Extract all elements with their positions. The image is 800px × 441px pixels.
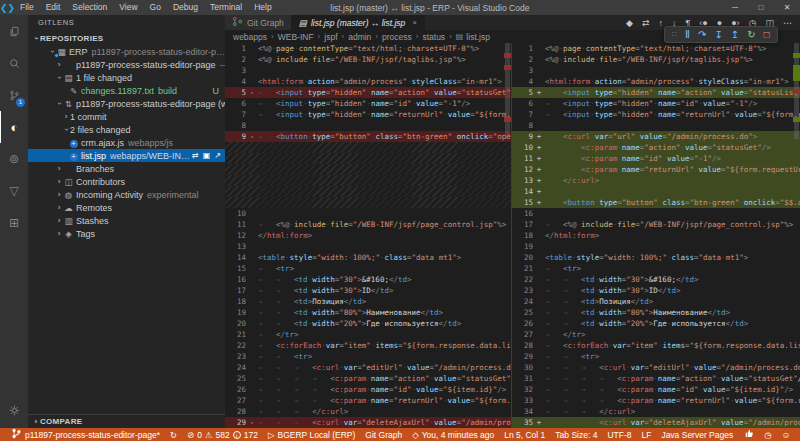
code-line-original-1[interactable]: 1<%@·page·contentType="text/html;·charse…: [225, 43, 511, 54]
code-line-modified-14[interactable]: 14+: [512, 186, 800, 197]
drag-handle[interactable]: ∷: [672, 27, 677, 42]
previous-change-icon[interactable]: ↑: [658, 18, 663, 28]
step-out-icon[interactable]: ↥: [731, 27, 739, 42]
status-branch-indicator[interactable]: p11897-process-status-editor-page*: [6, 428, 165, 441]
menu-selection[interactable]: Selection: [66, 2, 113, 12]
status-notifications-bell-icon[interactable]: [795, 428, 800, 441]
code-line-modified-27[interactable]: 27→</tr>: [512, 329, 800, 340]
close-tab-icon[interactable]: ×: [412, 18, 417, 27]
close-icon[interactable]: ✕: [774, 0, 800, 15]
code-line-original-23[interactable]: 23→→<tr>: [225, 351, 511, 362]
open-changes-icon[interactable]: ⇄: [642, 18, 650, 28]
code-line-original-29[interactable]: 29-→→→<c:url·var="deleteAjaxUrl"·value="…: [225, 417, 511, 428]
code-line-modified-28[interactable]: 28→<c:forEach·var="item"·items="${form.r…: [512, 340, 800, 351]
code-line-original-27[interactable]: 27→→→→<c:param·name="returnUrl"·value="$…: [225, 395, 511, 406]
code-line-modified-29[interactable]: 29→→<tr>: [512, 351, 800, 362]
code-line-original-25[interactable]: 25→→→→<c:param·name="action"·value="stat…: [225, 373, 511, 384]
code-line-original-20[interactable]: 20→→<td·width="20%">Где·используется</td…: [225, 318, 511, 329]
activity-testing-icon[interactable]: ▽: [0, 175, 28, 207]
step-into-icon[interactable]: ↧: [714, 27, 722, 42]
code-line-original-19[interactable]: 19→→<td·width="80%">Наименование</td>: [225, 307, 511, 318]
tree-item-1-commit[interactable]: ›1 commit: [28, 110, 225, 123]
code-line-original-12[interactable]: 12</html:form>: [225, 230, 511, 241]
menu-file[interactable]: File: [14, 2, 40, 12]
activity-manage-gear-icon[interactable]: [0, 394, 28, 426]
activity-gitlens-icon[interactable]: ◐: [0, 111, 28, 143]
activity-search-icon[interactable]: [0, 47, 28, 79]
code-line-original-5[interactable]: 5-→<input·type="hidden"·name="action"·va…: [225, 87, 511, 98]
code-line-modified-30[interactable]: 30→→→<c:url·var="editUrl"·value="/admin/…: [512, 362, 800, 373]
open-external-icon[interactable]: ↗: [214, 151, 221, 160]
scrollbar-original[interactable]: [504, 43, 511, 428]
code-line-original-18[interactable]: 18→→<td>Позиция</td>: [225, 296, 511, 307]
status-feedback-smiley-icon[interactable]: ☺: [777, 428, 796, 441]
breadcrumb-item[interactable]: WEB-INF: [278, 32, 314, 42]
section-compare[interactable]: › COMPARE: [28, 414, 225, 428]
status-git-graph-button[interactable]: Git Graph: [360, 428, 407, 441]
menu-debug[interactable]: Debug: [167, 2, 204, 12]
code-line-original-28[interactable]: 28→→→</c:url>: [225, 406, 511, 417]
code-line-original-6[interactable]: 6→<input·type="hidden"·name="id"·value="…: [225, 98, 511, 109]
tree-item-p11897-process-status-editor-page-working[interactable]: ›⇅p11897-process-status-editor-page (wor…: [28, 97, 225, 110]
breadcrumb-item[interactable]: jspf: [324, 32, 337, 42]
tree-item-1-file-changed[interactable]: ›▤1 file changed: [28, 71, 225, 84]
tree-item-contributors[interactable]: ›◫Contributors: [28, 175, 225, 188]
status-problems[interactable]: ⊘0⚠582i172: [182, 428, 263, 441]
tree-item-2-files-changed[interactable]: ›2 files changed: [28, 123, 225, 136]
code-line-original-21[interactable]: 21→</tr>: [225, 329, 511, 340]
code-line-modified-17[interactable]: 17→<%@·include·file="/WEB-INF/jspf/page_…: [512, 219, 800, 230]
code-line-modified-5[interactable]: 5+→<input·type="hidden"·name="action"·va…: [512, 87, 800, 98]
code-line-modified-23[interactable]: 23→→<td·width="30">ID</td>: [512, 285, 800, 296]
gitlens-icon[interactable]: ◆: [626, 18, 633, 28]
menu-edit[interactable]: Edit: [40, 2, 67, 12]
code-line-modified-7[interactable]: 7→<input·type="hidden"·name="returnUrl"·…: [512, 109, 800, 120]
code-line-original-8[interactable]: 8: [225, 120, 511, 131]
minimize-icon[interactable]: ─: [722, 0, 748, 15]
tree-item-erp[interactable]: ›▦ERPp11897-process-status-editor-page •…: [28, 45, 225, 58]
code-line-original-13[interactable]: 13: [225, 241, 511, 252]
status-encoding[interactable]: UTF-8: [602, 428, 636, 441]
open-changes-icon[interactable]: ⇄: [192, 151, 199, 160]
code-line-modified-33[interactable]: 33→→→→<c:param·name="returnUrl"·value="$…: [512, 395, 800, 406]
status-clock-icon[interactable]: ◷: [759, 428, 776, 441]
diff-pane-modified[interactable]: 1<%@·page·contentType="text/html;·charse…: [512, 43, 800, 428]
breadcrumb-item[interactable]: list.jsp: [466, 32, 490, 42]
menu-view[interactable]: View: [113, 2, 143, 12]
pause-icon[interactable]: Ⅱ: [685, 27, 690, 42]
breadcrumb-item[interactable]: admin: [348, 32, 371, 42]
restart-icon[interactable]: ↻: [747, 27, 755, 42]
code-line-original-11[interactable]: 11→<%@·include·file="/WEB-INF/jspf/page_…: [225, 219, 511, 230]
code-line-modified-3[interactable]: 3: [512, 65, 800, 76]
code-line-original-22[interactable]: 22→<c:forEach·var="item"·items="${form.r…: [225, 340, 511, 351]
code-line-modified-8[interactable]: 8: [512, 120, 800, 131]
menu-terminal[interactable]: Terminal: [204, 2, 248, 12]
breadcrumb-item[interactable]: process: [382, 32, 412, 42]
stop-icon[interactable]: □: [764, 27, 770, 42]
tree-item-stashes[interactable]: ›▥Stashes: [28, 214, 225, 227]
code-line-modified-16[interactable]: 16: [512, 208, 800, 219]
overview-ruler[interactable]: [793, 43, 800, 428]
section-repositories[interactable]: › REPOSITORIES: [28, 31, 225, 45]
code-line-modified-21[interactable]: 21→<tr>: [512, 263, 800, 274]
code-line-modified-19[interactable]: 19: [512, 241, 800, 252]
code-line-modified-35[interactable]: 35+→→→<c:url·var="deleteAjaxUrl"·value="…: [512, 417, 800, 428]
code-line-original-26[interactable]: 26→→→→<c:param·name="id"·value="${item.i…: [225, 384, 511, 395]
code-line-modified-24[interactable]: 24→→<td>Позиция</td>: [512, 296, 800, 307]
code-line-modified-12[interactable]: 12+→→<c:param·name="returnUrl"·value="${…: [512, 164, 800, 175]
tree-item-branches[interactable]: ›Branches: [28, 162, 225, 175]
step-over-icon[interactable]: ↷: [698, 27, 706, 42]
code-line-modified-31[interactable]: 31→→→→<c:param·name="action"·value="stat…: [512, 373, 800, 384]
code-line-modified-18[interactable]: 18</html:form>: [512, 230, 800, 241]
code-line-original-2[interactable]: 2<%@·include·file="/WEB-INF/jspf/taglibs…: [225, 54, 511, 65]
code-line-original-17[interactable]: 17→→<td·width="30">ID</td>: [225, 285, 511, 296]
more-actions-icon[interactable]: ⋯: [783, 18, 792, 28]
activity-run-and-debug-icon[interactable]: ⊚: [0, 143, 28, 175]
code-line-modified-1[interactable]: 1<%@·page·contentType="text/html;·charse…: [512, 43, 800, 54]
menu-go[interactable]: Go: [144, 2, 167, 12]
status-run-task[interactable]: ▷BGERP Local (ERP): [263, 428, 360, 441]
status-sync-button[interactable]: ↻: [165, 428, 182, 441]
open-file-icon[interactable]: ▣: [203, 151, 211, 160]
code-line-original-15[interactable]: 15→<tr>: [225, 263, 511, 274]
tree-item-incoming-activity[interactable]: ›◍Incoming Activityexperimental: [28, 188, 225, 201]
code-line-modified-9[interactable]: 9+→<c:url·var="url"·value="/admin/proces…: [512, 131, 800, 142]
